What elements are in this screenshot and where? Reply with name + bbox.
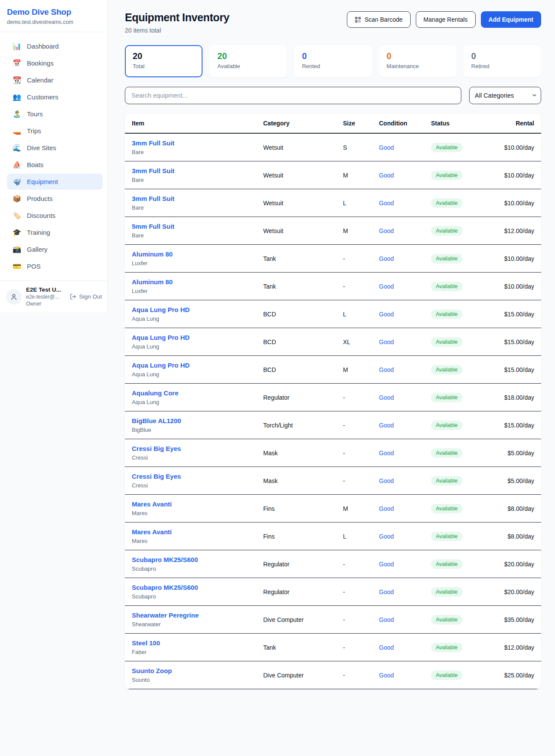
- condition-link[interactable]: Good: [379, 283, 394, 290]
- condition-link[interactable]: Good: [379, 588, 394, 595]
- sidebar-item-discounts[interactable]: 🏷️ Discounts: [7, 207, 103, 224]
- table-row[interactable]: Suunto Zoop Suunto Dive Computer - Good …: [125, 661, 541, 689]
- add-equipment-button[interactable]: Add Equipment: [481, 11, 541, 28]
- sidebar-item-calendar[interactable]: 📆 Calendar: [7, 72, 103, 88]
- condition-cell: Good: [372, 245, 424, 273]
- item-link[interactable]: 3mm Full Suit: [132, 139, 249, 147]
- table-row[interactable]: Mares Avanti Mares Fins L Good Available: [125, 523, 541, 550]
- item-link[interactable]: Steel 100: [132, 639, 249, 647]
- table-row[interactable]: Aluminum 80 Luxfer Tank - Good Available: [125, 273, 541, 300]
- stat-card-maintenance[interactable]: 0 Maintenance: [379, 45, 457, 77]
- item-link[interactable]: Shearwater Peregrine: [132, 611, 249, 619]
- table-row[interactable]: Shearwater Peregrine Shearwater Dive Com…: [125, 606, 541, 634]
- stat-card-rented[interactable]: 0 Rented: [294, 45, 372, 77]
- table-row[interactable]: 3mm Full Suit Bare Wetsuit L Good Availa…: [125, 189, 541, 217]
- item-link[interactable]: Aqua Lung Pro HD: [132, 306, 249, 313]
- stat-card-retired[interactable]: 0 Retired: [464, 45, 541, 77]
- table-row[interactable]: Aluminum 80 Luxfer Tank - Good Available: [125, 245, 541, 273]
- item-link[interactable]: BigBlue AL1200: [132, 417, 249, 424]
- table-row[interactable]: Aqua Lung Pro HD Aqua Lung BCD XL Good A…: [125, 328, 541, 356]
- sign-out-icon: [70, 293, 76, 300]
- table-row[interactable]: Cressi Big Eyes Cressi Mask - Good Avail…: [125, 467, 541, 495]
- item-link[interactable]: Scubapro MK25/S600: [132, 556, 249, 563]
- sidebar-item-tours[interactable]: 🏝️ Tours: [7, 106, 103, 122]
- stat-value: 0: [387, 51, 449, 61]
- condition-cell: Good: [372, 606, 424, 634]
- condition-link[interactable]: Good: [379, 144, 394, 151]
- status-badge: Available: [431, 365, 463, 375]
- condition-link[interactable]: Good: [379, 200, 394, 207]
- sidebar-item-gallery[interactable]: 📸 Gallery: [7, 241, 103, 257]
- condition-link[interactable]: Good: [379, 644, 394, 651]
- status-cell: Available: [424, 273, 485, 300]
- item-link[interactable]: Mares Avanti: [132, 500, 249, 508]
- item-link[interactable]: Aluminum 80: [132, 278, 249, 286]
- table-row[interactable]: Mares Avanti Mares Fins M Good Available: [125, 495, 541, 523]
- condition-link[interactable]: Good: [379, 505, 394, 512]
- manage-rentals-button[interactable]: Manage Rentals: [416, 11, 476, 28]
- table-row[interactable]: Scubapro MK25/S600 Scubapro Regulator - …: [125, 550, 541, 578]
- item-link[interactable]: Cressi Big Eyes: [132, 445, 249, 452]
- item-link[interactable]: Aqua Lung Pro HD: [132, 362, 249, 369]
- condition-link[interactable]: Good: [379, 366, 394, 373]
- item-link[interactable]: Aqua Lung Pro HD: [132, 334, 249, 341]
- table-row[interactable]: 3mm Full Suit Bare Wetsuit S Good Availa…: [125, 133, 541, 161]
- item-link[interactable]: 5mm Full Suit: [132, 223, 249, 230]
- table-row[interactable]: Scubapro MK25/S600 Scubapro Regulator - …: [125, 578, 541, 606]
- table-row[interactable]: Steel 100 Faber Tank - Good Available: [125, 634, 541, 661]
- item-link[interactable]: 3mm Full Suit: [132, 167, 249, 174]
- rental-value: $15.00/day: [485, 300, 541, 328]
- item-link[interactable]: Aluminum 80: [132, 250, 249, 258]
- condition-link[interactable]: Good: [379, 533, 394, 540]
- item-size: -: [336, 411, 372, 439]
- stat-card-available[interactable]: 20 Available: [209, 45, 287, 77]
- item-link[interactable]: Cressi Big Eyes: [132, 473, 249, 480]
- sidebar-item-products[interactable]: 📦 Products: [7, 191, 103, 207]
- item-link[interactable]: Suunto Zoop: [132, 667, 249, 674]
- sidebar-item-equipment[interactable]: 🤿 Equipment: [7, 174, 103, 190]
- condition-link[interactable]: Good: [379, 561, 394, 568]
- condition-link[interactable]: Good: [379, 227, 394, 234]
- sidebar-item-dashboard[interactable]: 📊 Dashboard: [7, 38, 103, 54]
- table-row[interactable]: Cressi Big Eyes Cressi Mask - Good Avail…: [125, 439, 541, 467]
- table-row[interactable]: 5mm Full Suit Bare Wetsuit M Good Availa…: [125, 217, 541, 245]
- condition-cell: Good: [372, 217, 424, 245]
- sidebar-item-training[interactable]: 🎓 Training: [7, 224, 103, 240]
- condition-link[interactable]: Good: [379, 477, 394, 484]
- table-row[interactable]: Aqua Lung Pro HD Aqua Lung BCD L Good Av…: [125, 300, 541, 328]
- equipment-icon: 🤿: [13, 178, 21, 185]
- condition-link[interactable]: Good: [379, 255, 394, 262]
- condition-link[interactable]: Good: [379, 172, 394, 179]
- scan-barcode-button[interactable]: Scan Barcode: [347, 11, 411, 28]
- condition-link[interactable]: Good: [379, 311, 394, 318]
- table-row[interactable]: BigBlue AL1200 BigBlue Torch/Light - Goo…: [125, 411, 541, 439]
- sidebar-item-boats[interactable]: ⛵ Boats: [7, 157, 103, 173]
- item-link[interactable]: Mares Avanti: [132, 528, 249, 536]
- condition-link[interactable]: Good: [379, 672, 394, 679]
- search-input[interactable]: [125, 87, 461, 104]
- condition-link[interactable]: Good: [379, 422, 394, 429]
- category-select[interactable]: All Categories: [469, 87, 541, 104]
- sidebar-item-trips[interactable]: 🚤 Trips: [7, 123, 103, 139]
- status-cell: Available: [424, 161, 485, 189]
- sidebar-item-bookings[interactable]: 📅 Bookings: [7, 55, 103, 71]
- item-link[interactable]: 3mm Full Suit: [132, 195, 249, 202]
- item-size: L: [336, 189, 372, 217]
- sidebar-item-dive-sites[interactable]: 🌊 Dive Sites: [7, 140, 103, 156]
- table-row[interactable]: Aqua Lung Pro HD Aqua Lung BCD M Good Av…: [125, 356, 541, 384]
- item-link[interactable]: Scubapro MK25/S600: [132, 584, 249, 591]
- sidebar-item-customers[interactable]: 👥 Customers: [7, 89, 103, 105]
- item-link[interactable]: Aqualung Core: [132, 389, 249, 397]
- rental-value: $8.00/day: [485, 523, 541, 550]
- condition-link[interactable]: Good: [379, 616, 394, 623]
- sign-out-button[interactable]: Sign Out: [70, 293, 102, 300]
- table-header-row: Item Category Size Condition Status Rent…: [125, 114, 541, 133]
- table-row[interactable]: Aqualung Core Aqua Lung Regulator - Good…: [125, 384, 541, 411]
- stat-card-total[interactable]: 20 Total: [125, 45, 202, 77]
- table-row[interactable]: 3mm Full Suit Bare Wetsuit M Good Availa…: [125, 161, 541, 189]
- condition-link[interactable]: Good: [379, 339, 394, 345]
- condition-link[interactable]: Good: [379, 450, 394, 457]
- condition-link[interactable]: Good: [379, 394, 394, 401]
- sidebar-item-label: Customers: [27, 93, 59, 101]
- sidebar-item-pos[interactable]: 💳 POS: [7, 258, 103, 274]
